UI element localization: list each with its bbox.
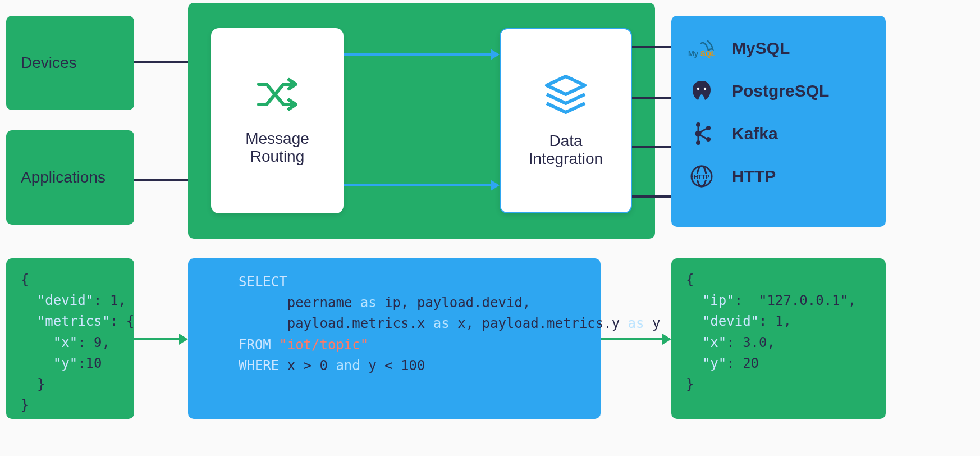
- svg-point-3: [697, 88, 699, 90]
- input-json-code: { "devid": 1, "metrics": { "x": 9, "y":1…: [6, 258, 149, 427]
- kafka-icon: [688, 120, 715, 147]
- postgresql-icon: [688, 77, 715, 104]
- source-devices-label: Devices: [21, 54, 77, 72]
- targets-panel: My SQL MySQL PostgreSQL: [671, 16, 886, 227]
- target-label-mysql: MySQL: [732, 39, 790, 58]
- connector-engine-target-2: [632, 97, 671, 99]
- svg-point-7: [696, 140, 700, 145]
- target-row-http: HTTP HTTP: [688, 163, 869, 190]
- data-integration-label: Data Integration: [529, 132, 603, 168]
- data-integration-card: Data Integration: [500, 28, 632, 213]
- svg-marker-0: [547, 76, 585, 94]
- connector-engine-target-3: [632, 146, 671, 148]
- svg-point-8: [706, 126, 711, 130]
- svg-point-5: [696, 122, 700, 127]
- svg-line-12: [700, 129, 707, 132]
- target-label-kafka: Kafka: [732, 124, 778, 143]
- source-applications-label: Applications: [21, 168, 106, 186]
- source-devices-box: Devices: [6, 16, 134, 110]
- target-row-postgresql: PostgreSQL: [688, 77, 869, 104]
- target-row-mysql: My SQL MySQL: [688, 35, 869, 62]
- targets-list: My SQL MySQL PostgreSQL: [671, 16, 886, 209]
- connector-devices-engine: [134, 61, 188, 63]
- mysql-icon: My SQL: [688, 35, 715, 62]
- shuffle-icon: [255, 76, 299, 116]
- sql-code: SELECT peername as ip, payload.devid, pa…: [188, 258, 601, 390]
- output-json-box: { "ip": "127.0.0.1", "devid": 1, "x": 3.…: [671, 258, 886, 419]
- input-json-box: { "devid": 1, "metrics": { "x": 9, "y":1…: [6, 258, 134, 419]
- arrow-head-bottom: [491, 180, 500, 191]
- svg-point-9: [706, 137, 711, 142]
- target-row-kafka: Kafka: [688, 120, 869, 147]
- target-label-http: HTTP: [732, 167, 776, 186]
- arrow-input-to-sql: [134, 338, 179, 340]
- sql-box: SELECT peername as ip, payload.devid, pa…: [188, 258, 601, 419]
- connector-applications-engine: [134, 179, 188, 181]
- svg-line-13: [700, 135, 707, 139]
- svg-text:SQL: SQL: [700, 49, 715, 58]
- svg-text:HTTP: HTTP: [694, 174, 710, 180]
- stack-icon: [543, 74, 588, 118]
- arrow-routing-to-integration-top: [344, 53, 491, 56]
- connector-engine-target-4: [632, 195, 671, 198]
- svg-point-4: [704, 88, 706, 90]
- message-routing-label: Message Routing: [245, 130, 309, 166]
- message-routing-card: Message Routing: [211, 28, 344, 213]
- arrow-head-input-sql: [179, 334, 188, 345]
- connector-engine-target-1: [632, 46, 671, 48]
- arrow-head-sql-output: [662, 334, 671, 345]
- target-label-postgresql: PostgreSQL: [732, 81, 829, 101]
- arrow-sql-to-output: [601, 338, 662, 340]
- source-applications-box: Applications: [6, 130, 134, 225]
- arrow-head-top: [491, 49, 500, 60]
- output-json-code: { "ip": "127.0.0.1", "devid": 1, "x": 3.…: [671, 258, 871, 406]
- arrow-routing-to-integration-bottom: [344, 184, 491, 186]
- svg-text:My: My: [688, 49, 699, 58]
- http-icon: HTTP: [688, 163, 715, 190]
